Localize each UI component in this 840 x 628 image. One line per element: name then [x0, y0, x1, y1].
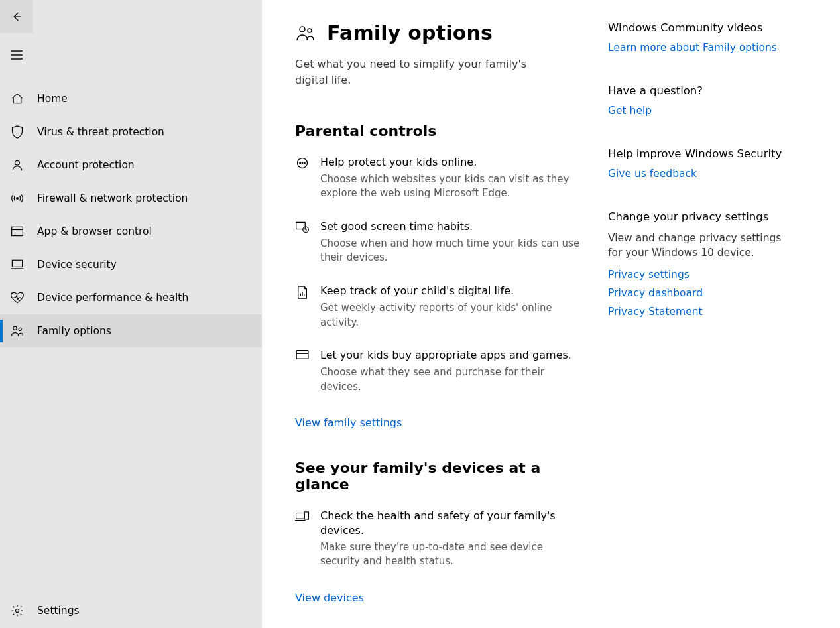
svg-point-4: [17, 198, 19, 200]
sidebar-item-firewall[interactable]: Firewall & network protection: [0, 182, 262, 215]
sidebar-item-label: Account protection: [37, 159, 135, 171]
sidebar-item-virus[interactable]: Virus & threat protection: [0, 115, 262, 149]
aside-column: Windows Community videos Learn more abou…: [608, 21, 807, 608]
view-family-settings-link[interactable]: View family settings: [295, 416, 402, 429]
feature-activity-report: Keep track of your child's digital life.…: [295, 284, 580, 330]
aside-privacy: Change your privacy settings View and ch…: [608, 210, 807, 318]
sidebar-item-label: Family options: [37, 325, 111, 337]
feature-title: Set good screen time habits.: [320, 220, 580, 234]
sidebar-item-app-browser[interactable]: App & browser control: [0, 215, 262, 248]
main-panel: Family options Get what you need to simp…: [262, 0, 840, 628]
feature-title: Check the health and safety of your fami…: [320, 509, 580, 537]
sidebar-item-settings[interactable]: Settings: [0, 594, 262, 628]
back-arrow-icon: [11, 11, 23, 23]
sidebar-item-label: Device performance & health: [37, 292, 188, 304]
svg-rect-5: [12, 227, 23, 235]
svg-point-10: [16, 609, 19, 613]
sidebar-item-label: App & browser control: [37, 225, 152, 237]
sidebar-item-label: Settings: [37, 605, 80, 617]
svg-point-8: [13, 326, 17, 330]
feature-purchases: Let your kids buy appropriate apps and g…: [295, 348, 580, 394]
sidebar-item-label: Home: [37, 93, 68, 105]
feature-desc: Choose which websites your kids can visi…: [320, 172, 580, 202]
privacy-statement-link[interactable]: Privacy Statement: [608, 306, 807, 318]
svg-point-16: [304, 162, 306, 164]
aside-improve: Help improve Windows Security Give us fe…: [608, 147, 807, 180]
devices-heading: See your family's devices at a glance: [295, 460, 580, 493]
back-button[interactable]: [0, 0, 33, 33]
sidebar-item-label: Virus & threat protection: [37, 126, 164, 138]
content-column: Family options Get what you need to simp…: [295, 21, 580, 608]
family-header-icon: [295, 23, 315, 43]
feature-title: Let your kids buy appropriate apps and g…: [320, 348, 580, 363]
feature-title: Help protect your kids online.: [320, 155, 580, 170]
antenna-icon: [9, 190, 25, 206]
svg-rect-25: [304, 512, 308, 519]
sidebar-item-performance[interactable]: Device performance & health: [0, 281, 262, 314]
sidebar-item-account[interactable]: Account protection: [0, 149, 262, 182]
laptop-icon: [9, 257, 25, 273]
gear-icon: [9, 603, 25, 619]
privacy-dashboard-link[interactable]: Privacy dashboard: [608, 287, 807, 299]
page-subtitle: Get what you need to simplify your famil…: [295, 56, 534, 88]
privacy-settings-link[interactable]: Privacy settings: [608, 269, 807, 281]
report-icon: [295, 285, 310, 300]
feature-protect-online: Help protect your kids online. Choose wh…: [295, 155, 580, 201]
aside-heading: Have a question?: [608, 84, 807, 97]
feature-desc: Get weekly activity reports of your kids…: [320, 301, 580, 330]
screen-time-icon: [295, 221, 310, 235]
svg-rect-24: [296, 513, 305, 519]
sidebar-nav: Home Virus & threat protection Account p…: [0, 82, 262, 594]
home-icon: [9, 91, 25, 107]
feature-screen-time: Set good screen time habits. Choose when…: [295, 220, 580, 265]
sidebar-item-device-security[interactable]: Device security: [0, 248, 262, 281]
sidebar-item-label: Firewall & network protection: [37, 192, 188, 204]
svg-point-3: [15, 160, 20, 165]
hamburger-button[interactable]: [0, 38, 33, 72]
feature-desc: Choose what they see and purchase for th…: [320, 365, 580, 395]
feature-desc: Make sure they're up-to-date and see dev…: [320, 540, 580, 570]
svg-rect-22: [296, 351, 308, 359]
svg-point-9: [19, 328, 21, 330]
devices-icon: [295, 510, 310, 525]
aside-question: Have a question? Get help: [608, 84, 807, 117]
parental-heading: Parental controls: [295, 123, 580, 139]
sidebar-item-family[interactable]: Family options: [0, 314, 262, 347]
svg-point-12: [308, 29, 312, 32]
svg-point-15: [302, 162, 303, 164]
page-header: Family options: [295, 21, 580, 44]
svg-point-11: [300, 27, 305, 32]
page-title: Family options: [327, 21, 493, 44]
aside-heading: Help improve Windows Security: [608, 147, 807, 160]
view-devices-link[interactable]: View devices: [295, 592, 364, 604]
aside-community: Windows Community videos Learn more abou…: [608, 21, 807, 54]
sidebar-item-label: Device security: [37, 259, 117, 271]
svg-rect-7: [12, 260, 22, 267]
heart-pulse-icon: [9, 290, 25, 306]
sidebar-item-home[interactable]: Home: [0, 82, 262, 115]
browse-safe-icon: [295, 157, 310, 171]
person-icon: [9, 157, 25, 173]
aside-privacy-desc: View and change privacy settings for you…: [608, 231, 794, 261]
aside-heading: Windows Community videos: [608, 21, 807, 34]
window-icon: [9, 223, 25, 239]
family-icon: [9, 323, 25, 339]
card-icon: [295, 349, 310, 364]
shield-icon: [9, 124, 25, 140]
learn-more-family-link[interactable]: Learn more about Family options: [608, 42, 807, 54]
feature-title: Keep track of your child's digital life.: [320, 284, 580, 298]
sidebar: Home Virus & threat protection Account p…: [0, 0, 262, 628]
feature-device-health: Check the health and safety of your fami…: [295, 509, 580, 569]
get-help-link[interactable]: Get help: [608, 105, 807, 117]
svg-point-14: [300, 162, 301, 164]
aside-heading: Change your privacy settings: [608, 210, 807, 223]
feature-desc: Choose when and how much time your kids …: [320, 237, 580, 266]
hamburger-icon: [11, 50, 23, 60]
give-feedback-link[interactable]: Give us feedback: [608, 168, 807, 180]
